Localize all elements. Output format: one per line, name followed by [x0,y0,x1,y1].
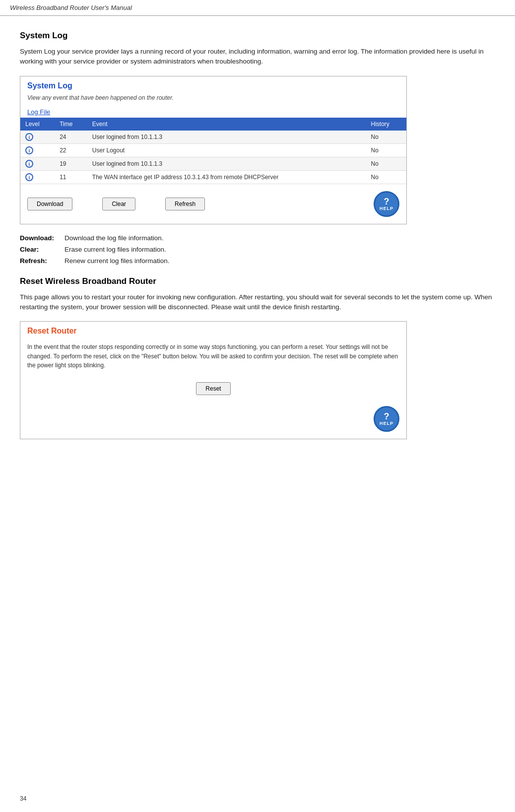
info-icon: i [25,173,33,181]
col-level: Level [20,118,55,131]
system-log-help-button[interactable]: ? HELP [374,191,399,217]
desc-download-def: Download the log file information. [64,234,164,242]
help-question-mark: ? [384,197,389,206]
system-log-section: System Log System Log your service provi… [20,31,495,265]
cell-level: i [20,170,55,184]
log-buttons-row: Download Clear Refresh ? HELP [20,184,406,224]
reset-panel-body: In the event that the router stops respo… [20,338,406,377]
table-row: i19User logined from 10.1.1.3No [20,157,406,170]
reset-help-label: HELP [380,421,393,426]
cell-time: 11 [55,170,87,184]
reset-buttons-row: Reset [20,377,406,402]
log-descriptions: Download: Download the log file informat… [20,234,495,265]
reset-button[interactable]: Reset [196,382,230,395]
system-log-desc: System Log your service provider lays a … [20,47,495,67]
cell-history: No [366,170,406,184]
reset-section: Reset Wireless Broadband Router This pag… [20,276,495,439]
info-icon: i [25,146,33,154]
cell-time: 19 [55,157,87,170]
system-log-panel: System Log View any event that have been… [20,76,407,224]
cell-history: No [366,157,406,170]
cell-time: 22 [55,143,87,157]
download-button[interactable]: Download [27,198,72,210]
col-event: Event [87,118,366,131]
table-row: i22User LogoutNo [20,143,406,157]
system-log-title: System Log [20,31,495,41]
page-header: Wireless Broadband Router User's Manual [0,0,515,16]
desc-clear-term: Clear: [20,246,64,253]
desc-refresh-term: Refresh: [20,257,64,265]
desc-clear: Clear: Erase current log files informati… [20,246,495,253]
cell-event: User Logout [87,143,366,157]
cell-level: i [20,143,55,157]
reset-section-desc: This page allows you to restart your rou… [20,292,495,313]
reset-panel-title: Reset Router [20,322,406,338]
desc-refresh: Refresh: Renew current log files informa… [20,257,495,265]
table-row: i24User logined from 10.1.1.3No [20,131,406,144]
cell-event: The WAN interface get IP address 10.3.1.… [87,170,366,184]
info-icon: i [25,160,33,168]
reset-help-question-mark: ? [384,412,389,421]
help-label: HELP [380,206,393,211]
manual-title: Wireless Broadband Router User's Manual [10,4,132,11]
cell-history: No [366,131,406,144]
cell-level: i [20,157,55,170]
info-icon: i [25,133,33,141]
cell-event: User logined from 10.1.1.3 [87,157,366,170]
cell-event: User logined from 10.1.1.3 [87,131,366,144]
reset-section-title: Reset Wireless Broadband Router [20,276,495,286]
desc-download: Download: Download the log file informat… [20,234,495,242]
cell-time: 24 [55,131,87,144]
cell-history: No [366,143,406,157]
system-log-panel-title: System Log [20,76,406,93]
col-history: History [366,118,406,131]
reset-help-row: ? HELP [20,402,406,439]
log-table-header-row: Level Time Event History [20,118,406,131]
reset-panel: Reset Router In the event that the route… [20,321,407,439]
table-row: i11The WAN interface get IP address 10.3… [20,170,406,184]
refresh-button[interactable]: Refresh [165,198,205,210]
desc-download-term: Download: [20,234,64,242]
log-file-link[interactable]: Log File [20,106,406,118]
clear-button[interactable]: Clear [102,198,135,210]
log-table: Level Time Event History i24User logined… [20,118,406,184]
desc-clear-def: Erase current log files information. [64,246,166,253]
page-number: 34 [20,795,26,802]
cell-level: i [20,131,55,144]
desc-refresh-def: Renew current log files information. [64,257,170,265]
system-log-panel-subtitle: View any event that have been happened o… [20,93,406,106]
reset-help-button[interactable]: ? HELP [374,406,399,432]
col-time: Time [55,118,87,131]
